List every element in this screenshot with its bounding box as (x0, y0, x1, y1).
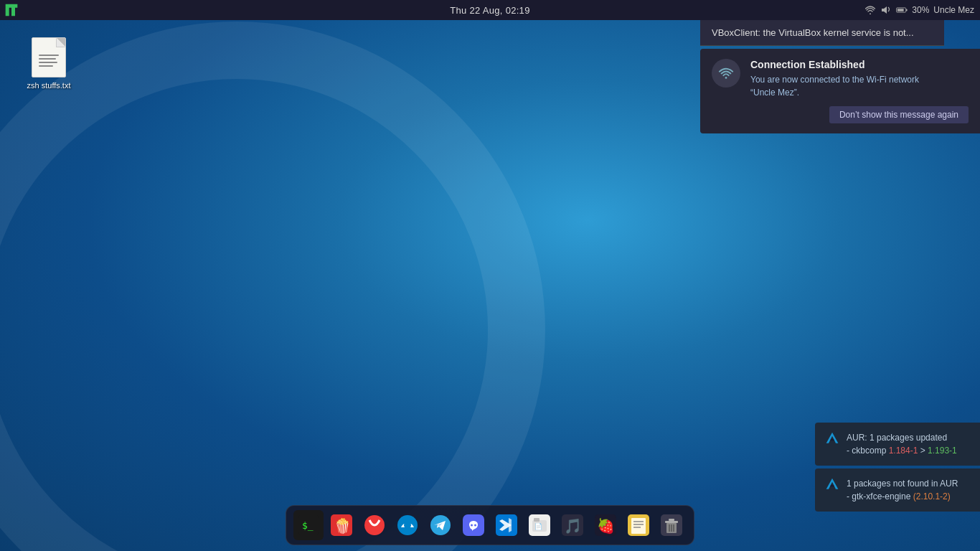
wifi-icon-container (712, 59, 740, 88)
wifi-icon (718, 65, 734, 81)
svg-point-13 (471, 524, 473, 527)
vscode-icon (496, 514, 517, 536)
svg-rect-31 (665, 521, 678, 523)
terminal-icon: $_ (298, 515, 319, 535)
dock-item-thunderbird[interactable] (392, 510, 423, 540)
files-icon: 📄 (529, 514, 550, 536)
file-line-3 (39, 62, 57, 63)
thunderbird-icon (397, 514, 418, 536)
manjaro-logo[interactable] (1, 0, 22, 20)
desktop-file-zsh[interactable]: zsh stuffs.txt (20, 37, 77, 90)
panel-clock: Thu 22 Aug, 02:19 (450, 5, 529, 16)
dock-item-files[interactable]: 📄 (524, 510, 555, 540)
file-icon-label: zsh stuffs.txt (27, 80, 71, 90)
panel-right-area: 30% Uncle Mez (864, 0, 980, 20)
wifi-body-ssid: “Uncle Mez”. (750, 88, 799, 98)
dock-item-popcorn[interactable]: 🍿 (326, 510, 357, 540)
dock-item-vivaldi[interactable] (359, 510, 390, 540)
taskbar-dock: $_ 🍿 (286, 505, 694, 545)
notification-vbox: VBoxClient: the VirtualBox kernel servic… (700, 20, 944, 46)
popcorn-icon: 🍿 (331, 514, 352, 536)
aur1-text: AUR: 1 packages updated - ckbcomp 1.184-… (847, 431, 957, 457)
notepad-icon (628, 514, 649, 536)
dock-item-discord[interactable] (458, 510, 489, 540)
dont-show-again-button[interactable]: Don’t show this message again (829, 106, 969, 123)
vbox-text: VBoxClient: the VirtualBox kernel servic… (712, 27, 914, 38)
arch-logo-icon-1 (825, 431, 839, 446)
battery-percent: 30% (912, 5, 929, 15)
discord-icon (463, 514, 484, 536)
file-line-4 (39, 65, 53, 67)
wifi-notif-body: You are now connected to the Wi-Fi netwo… (750, 73, 969, 99)
svg-text:🎵: 🎵 (564, 517, 582, 534)
dock-item-pixelart[interactable]: 🍓 (590, 510, 621, 540)
svg-text:$_: $_ (302, 520, 314, 531)
svg-point-10 (404, 522, 411, 529)
notification-wifi: Connection Established You are now conne… (700, 49, 980, 133)
trash-icon (661, 514, 682, 536)
sound-icon[interactable] (880, 4, 892, 16)
svg-rect-25 (631, 518, 646, 534)
wifi-notif-title: Connection Established (750, 59, 969, 70)
aur1-old: 1.184-1 (889, 446, 918, 456)
strawberry-music-icon: 🎵 (562, 514, 583, 536)
file-line-1 (39, 55, 59, 56)
file-line-2 (39, 58, 56, 60)
aur2-pkg: - gtk-xfce-engine (847, 491, 913, 501)
battery-icon (896, 4, 908, 16)
file-icon-image (32, 37, 66, 77)
aur1-new: 1.193-1 (928, 446, 957, 456)
wifi-body-line1: You are now connected to the Wi-Fi netwo… (750, 75, 919, 85)
vivaldi-icon (364, 514, 385, 536)
wifi-notif-content: Connection Established You are now conne… (750, 59, 969, 123)
wifi-notif-inner: Connection Established You are now conne… (712, 59, 969, 123)
svg-rect-18 (534, 518, 540, 522)
dock-item-vscode[interactable] (491, 510, 522, 540)
svg-text:📄: 📄 (534, 522, 543, 531)
aur1-prefix: AUR: 1 packages updated (847, 433, 947, 443)
aur2-prefix: 1 packages not found in AUR (847, 479, 958, 489)
dock-item-terminal[interactable]: $_ (293, 510, 324, 540)
svg-rect-2 (906, 9, 908, 11)
svg-text:🍿: 🍿 (334, 517, 352, 534)
aur-notification-area: AUR: 1 packages updated - ckbcomp 1.184-… (815, 423, 980, 512)
dock-item-strawberry[interactable]: 🎵 (557, 510, 588, 540)
svg-point-3 (725, 77, 727, 79)
pixelart-icon: 🍓 (595, 514, 616, 536)
network-icon[interactable] (864, 4, 876, 16)
svg-text:🍓: 🍓 (597, 517, 615, 534)
file-lines (34, 44, 63, 71)
aur2-text: 1 packages not found in AUR - gtk-xfce-e… (847, 477, 958, 503)
dock-item-notepad[interactable] (623, 510, 654, 540)
dock-item-telegram[interactable] (425, 510, 456, 540)
username-label: Uncle Mez (933, 5, 974, 15)
svg-point-14 (474, 524, 476, 527)
dock-item-trash[interactable] (656, 510, 687, 540)
wifi-notif-actions: Don’t show this message again (750, 106, 969, 123)
aur1-arrow: > (918, 446, 928, 456)
notification-aur-updated: AUR: 1 packages updated - ckbcomp 1.184-… (815, 423, 980, 466)
aur1-pkg: - ckbcomp (847, 446, 889, 456)
telegram-icon (430, 514, 451, 536)
svg-rect-32 (669, 519, 674, 521)
top-panel: Thu 22 Aug, 02:19 30% Uncle Mez (0, 0, 980, 20)
svg-rect-1 (897, 9, 904, 11)
arch-logo-icon-2 (825, 477, 839, 491)
notification-aur-notfound: 1 packages not found in AUR - gtk-xfce-e… (815, 468, 980, 512)
notification-area: VBoxClient: the VirtualBox kernel servic… (700, 20, 980, 133)
aur2-ver: (2.10.1-2) (913, 491, 951, 501)
